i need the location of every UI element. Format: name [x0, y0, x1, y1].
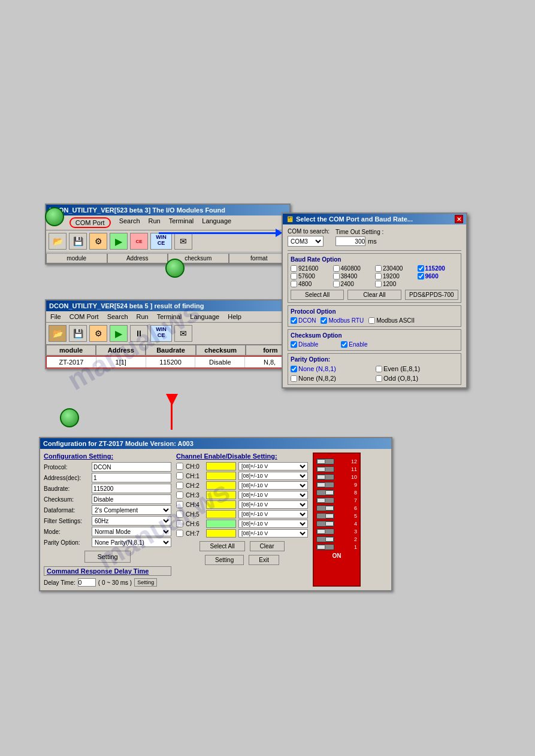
ch4-select[interactable]: [08]+/-10 V: [238, 500, 308, 509]
menu2-comport[interactable]: COM Port: [68, 312, 101, 321]
ch7-select[interactable]: [08]+/-10 V: [238, 529, 308, 538]
baud-57600: 57600: [291, 273, 332, 280]
ch7-check[interactable]: [176, 530, 183, 537]
protocol-modbus-ascii-check[interactable]: [368, 317, 375, 324]
menu-run[interactable]: Run: [147, 217, 162, 229]
menu2-language[interactable]: Language: [188, 312, 221, 321]
protocol-input[interactable]: [92, 462, 171, 472]
baud-921600-check[interactable]: [291, 265, 297, 272]
menu2-terminal[interactable]: Terminal: [155, 312, 184, 321]
dip-track-12[interactable]: [316, 459, 334, 464]
dataformat-select[interactable]: 2's Complement: [92, 505, 171, 515]
baud-38400-check[interactable]: [333, 273, 340, 280]
clear-all-baud-btn[interactable]: Clear All: [347, 290, 401, 300]
filter-select[interactable]: 60Hz: [92, 516, 171, 526]
dip-track-2[interactable]: [316, 536, 334, 542]
baud-4800-check[interactable]: [291, 281, 297, 287]
baud-57600-check[interactable]: [291, 273, 297, 280]
ch5-check[interactable]: [176, 511, 183, 518]
open-btn[interactable]: 📂: [49, 233, 67, 250]
ch4-check[interactable]: [176, 501, 183, 508]
ch6-select[interactable]: [08]+/-10 V: [238, 520, 308, 528]
parity-none-n81-check[interactable]: [291, 366, 297, 372]
data-row-1[interactable]: ZT-2017 1[1] 115200 Disable N,8,: [46, 356, 295, 368]
dip-track-8[interactable]: [316, 490, 334, 496]
menu-search[interactable]: Search: [117, 217, 142, 229]
menu2-run[interactable]: Run: [135, 312, 150, 321]
ch-setting-btn[interactable]: Setting: [205, 555, 244, 565]
delay-setting-btn[interactable]: Setting: [134, 578, 157, 587]
dataformat-row: Dataformat: 2's Complement: [44, 505, 171, 515]
menu2-file[interactable]: File: [49, 312, 63, 321]
baud-19200-check[interactable]: [375, 273, 382, 280]
col-checksum: checksum: [196, 345, 246, 356]
baud-460800-check[interactable]: [333, 265, 340, 272]
pause-btn2[interactable]: ⏸: [130, 325, 148, 342]
com-select[interactable]: COM3: [288, 236, 324, 247]
checksum-disable-check[interactable]: [291, 341, 297, 348]
delay-input[interactable]: [78, 578, 96, 587]
ch2-select[interactable]: [08]+/-10 V: [238, 481, 308, 490]
config-btn2[interactable]: ⚙: [89, 325, 107, 342]
ch0-select[interactable]: [08]+/-10 V: [238, 462, 308, 470]
menu2-search[interactable]: Search: [105, 312, 130, 321]
parity-even-e81-label: Even (E,8,1): [383, 365, 420, 372]
ch2-check[interactable]: [176, 482, 183, 489]
extra-btn2[interactable]: ✉: [174, 325, 192, 342]
open-btn2[interactable]: 📂: [49, 325, 67, 342]
parity-none-n82-check[interactable]: [291, 375, 297, 382]
exit-btn[interactable]: Exit: [249, 555, 279, 565]
baud-9600-check[interactable]: [418, 273, 424, 280]
select-all-baud-btn[interactable]: Select All: [291, 290, 344, 300]
pds-btn[interactable]: PDS&PPDS-700: [405, 290, 458, 300]
dip-track-4[interactable]: [316, 521, 334, 527]
close-button[interactable]: ✕: [455, 215, 463, 223]
play-btn2[interactable]: ▶: [110, 325, 128, 342]
protocol-modbus-ascii-label: Modbus ASCII: [376, 317, 415, 324]
baud-2400-check[interactable]: [333, 281, 340, 287]
ch6-check[interactable]: [176, 520, 183, 527]
parity-even-e81-check[interactable]: [376, 366, 382, 372]
menu-comport[interactable]: COM Port: [68, 217, 113, 229]
setting-button[interactable]: Setting: [84, 551, 130, 563]
dip-track-9[interactable]: [316, 482, 334, 488]
save-btn[interactable]: 💾: [69, 233, 87, 250]
checksum-enable-check[interactable]: [341, 341, 347, 348]
dip-track-7[interactable]: [316, 497, 334, 503]
save-btn2[interactable]: 💾: [69, 325, 87, 342]
dip-track-10[interactable]: [316, 474, 334, 480]
ch3-check[interactable]: [176, 491, 183, 499]
stop-btn[interactable]: CE: [130, 233, 148, 250]
menu-terminal[interactable]: Terminal: [167, 217, 196, 229]
select-all-btn[interactable]: Select All: [200, 541, 244, 551]
baud-115200-check[interactable]: [418, 265, 424, 272]
dip-track-5[interactable]: [316, 513, 334, 519]
ch5-select[interactable]: [08]+/-10 V: [238, 510, 308, 518]
wince-btn2[interactable]: WINCE: [150, 325, 172, 342]
baud-1200-check[interactable]: [375, 281, 382, 287]
mode-select[interactable]: Normal Mode: [92, 527, 171, 536]
ch1-select[interactable]: [08]+/-10 V: [238, 472, 308, 480]
config-btn[interactable]: ⚙: [89, 233, 107, 250]
baudrate-input[interactable]: [92, 484, 171, 493]
dip-track-6[interactable]: [316, 505, 334, 511]
ch3-select[interactable]: [08]+/-10 V: [238, 491, 308, 499]
protocol-modbus-rtu-check[interactable]: [321, 317, 327, 324]
ch0-check[interactable]: [176, 463, 183, 470]
menu2-help[interactable]: Help: [226, 312, 243, 321]
parity-odd-o81-check[interactable]: [376, 375, 382, 382]
play-btn[interactable]: ▶: [110, 233, 128, 250]
checksum-input[interactable]: [92, 494, 171, 504]
delay-section: Command Response Delay Time Delay Time: …: [44, 566, 171, 587]
ch1-check[interactable]: [176, 472, 183, 479]
timeout-input[interactable]: [335, 236, 365, 246]
address-input[interactable]: [92, 473, 171, 482]
clear-btn[interactable]: Clear: [250, 541, 285, 551]
baud-230400-check[interactable]: [375, 265, 382, 272]
dip-track-1[interactable]: [316, 544, 334, 550]
menu-language[interactable]: Language: [200, 217, 233, 229]
dip-track-3[interactable]: [316, 529, 334, 535]
parity-select[interactable]: None Parity(N,8,1): [92, 538, 171, 547]
protocol-dcon-check[interactable]: [291, 317, 297, 324]
dip-track-11[interactable]: [316, 466, 334, 472]
